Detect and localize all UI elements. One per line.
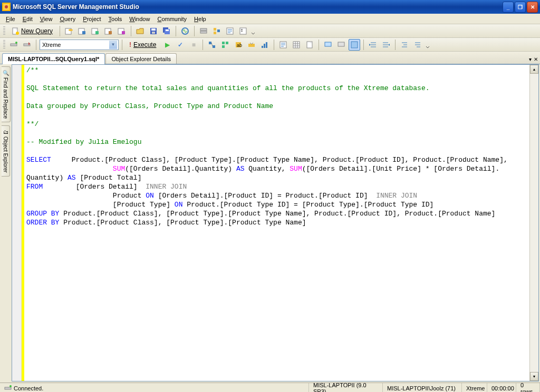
debug-button[interactable]: ▶ bbox=[161, 39, 173, 51]
properties-button[interactable] bbox=[237, 25, 249, 37]
open-button[interactable] bbox=[134, 25, 146, 37]
left-sidebar-tabs: 🔍 Find and Replace 🗂 Object Explorer bbox=[0, 64, 12, 383]
tab-object-explorer-details[interactable]: Object Explorer Details bbox=[105, 53, 177, 64]
code-editor[interactable]: /** SQL Statement to return the total sa… bbox=[12, 64, 539, 381]
as-query-button[interactable] bbox=[76, 25, 88, 37]
restore-button[interactable]: ❐ bbox=[515, 2, 526, 13]
specify-values-button[interactable] bbox=[399, 39, 410, 51]
svg-rect-22 bbox=[200, 28, 207, 31]
svg-rect-46 bbox=[293, 42, 300, 48]
menu-community[interactable]: Community bbox=[153, 15, 190, 23]
svg-point-2 bbox=[5, 5, 8, 8]
menu-tools[interactable]: Tools bbox=[105, 15, 126, 23]
toolbar-overflow[interactable] bbox=[250, 25, 256, 37]
connected-icon bbox=[4, 385, 12, 392]
app-icon bbox=[2, 3, 11, 11]
svg-rect-8 bbox=[82, 31, 85, 34]
vertical-scrollbar[interactable]: ▲ ▼ bbox=[529, 65, 538, 381]
menu-view[interactable]: View bbox=[36, 15, 56, 23]
analyze-button[interactable] bbox=[349, 39, 360, 51]
database-combo[interactable]: Xtreme ▼ bbox=[40, 40, 119, 50]
results-grid-button[interactable] bbox=[291, 39, 302, 51]
svg-rect-28 bbox=[240, 28, 246, 34]
menu-file[interactable]: File bbox=[2, 15, 19, 23]
svg-rect-16 bbox=[151, 28, 156, 31]
menu-query[interactable]: Query bbox=[56, 15, 79, 23]
dmx-query-button[interactable] bbox=[103, 25, 114, 37]
increase-indent-button[interactable] bbox=[380, 39, 392, 51]
time-panel: 00:00:00 bbox=[487, 383, 516, 392]
comment-button[interactable] bbox=[322, 39, 334, 51]
toolbar-overflow[interactable] bbox=[425, 39, 430, 51]
save-all-button[interactable] bbox=[161, 25, 172, 37]
execute-button[interactable]: ! Execute bbox=[126, 39, 160, 51]
include-stats-button[interactable] bbox=[259, 39, 271, 51]
chevron-down-icon: ▼ bbox=[109, 41, 117, 49]
svg-rect-26 bbox=[217, 30, 220, 32]
active-files-dropdown-icon[interactable]: ▾ bbox=[529, 56, 532, 62]
scroll-down-icon[interactable]: ▼ bbox=[530, 372, 538, 381]
object-explorer-button[interactable] bbox=[211, 25, 223, 37]
parse-button[interactable]: ✓ bbox=[175, 39, 186, 51]
activity-monitor-button[interactable] bbox=[179, 25, 191, 37]
estimated-plan-button[interactable] bbox=[206, 39, 218, 51]
decrease-indent-button[interactable] bbox=[367, 39, 379, 51]
svg-rect-20 bbox=[166, 30, 169, 31]
title-bar: Microsoft SQL Server Management Studio _… bbox=[0, 0, 540, 14]
menu-window[interactable]: Window bbox=[126, 15, 153, 23]
menu-help[interactable]: Help bbox=[190, 15, 210, 23]
find-replace-panel-tab[interactable]: 🔍 Find and Replace bbox=[2, 66, 11, 122]
mdx-query-button[interactable] bbox=[90, 25, 101, 37]
tab-sqlquery1[interactable]: MISL-LAPTOPII...SQLQuery1.sql* bbox=[2, 53, 105, 64]
connect-button[interactable] bbox=[8, 39, 20, 51]
svg-rect-37 bbox=[226, 42, 228, 44]
code-area[interactable]: /** SQL Statement to return the total sa… bbox=[24, 65, 529, 381]
svg-rect-10 bbox=[95, 31, 99, 34]
uncomment-button[interactable] bbox=[335, 39, 347, 51]
template-explorer-button[interactable] bbox=[224, 25, 236, 37]
editor-margin bbox=[12, 65, 22, 381]
svg-rect-49 bbox=[338, 42, 344, 46]
xmla-query-button[interactable] bbox=[116, 25, 128, 37]
menu-bar: File Edit View Query Project Tools Windo… bbox=[0, 14, 540, 24]
intellisense-button[interactable]: ab bbox=[233, 39, 244, 51]
query-options-button[interactable] bbox=[219, 39, 231, 51]
svg-rect-29 bbox=[241, 29, 243, 30]
document-tabs: MISL-LAPTOPII...SQLQuery1.sql* Object Ex… bbox=[0, 52, 540, 64]
user-panel: MISL-LAPTOPII\Joolz (71) bbox=[383, 383, 462, 392]
svg-rect-34 bbox=[209, 42, 211, 44]
svg-rect-48 bbox=[325, 42, 331, 46]
connection-status-panel: Connected. bbox=[0, 383, 309, 392]
svg-rect-42 bbox=[262, 46, 263, 48]
execute-icon: ! bbox=[129, 41, 131, 48]
svg-rect-17 bbox=[152, 32, 155, 34]
new-query-button[interactable]: New Query bbox=[8, 25, 56, 37]
menu-project[interactable]: Project bbox=[79, 15, 104, 23]
results-text-button[interactable] bbox=[277, 39, 289, 51]
menu-edit[interactable]: Edit bbox=[19, 15, 36, 23]
svg-point-32 bbox=[15, 42, 17, 44]
results-file-button[interactable] bbox=[304, 39, 315, 51]
svg-rect-38 bbox=[222, 45, 225, 48]
svg-rect-14 bbox=[122, 31, 125, 34]
toolbar-grip[interactable] bbox=[3, 40, 5, 50]
search-icon: 🔍 bbox=[3, 70, 9, 76]
scroll-up-icon[interactable]: ▲ bbox=[530, 65, 538, 74]
change-connection-button[interactable] bbox=[21, 39, 33, 51]
close-button[interactable]: ✕ bbox=[527, 2, 538, 13]
sql-editor-toolbar: Xtreme ▼ ! Execute ▶ ✓ ■ ab bbox=[0, 38, 540, 52]
toolbar-grip[interactable] bbox=[3, 26, 5, 36]
object-explorer-panel-tab[interactable]: 🗂 Object Explorer bbox=[2, 125, 10, 177]
engine-query-button[interactable] bbox=[63, 25, 75, 37]
cancel-query-button[interactable]: ■ bbox=[188, 39, 199, 51]
save-button[interactable] bbox=[148, 25, 159, 37]
minimize-button[interactable]: _ bbox=[503, 2, 514, 13]
template-button[interactable] bbox=[412, 39, 423, 51]
close-tab-button[interactable]: ✕ bbox=[534, 56, 538, 62]
regserver-button[interactable] bbox=[198, 25, 209, 37]
svg-rect-31 bbox=[11, 44, 17, 46]
svg-point-4 bbox=[16, 32, 19, 35]
include-plan-button[interactable] bbox=[246, 39, 257, 51]
svg-text:ab: ab bbox=[237, 43, 242, 48]
svg-rect-30 bbox=[241, 31, 243, 32]
